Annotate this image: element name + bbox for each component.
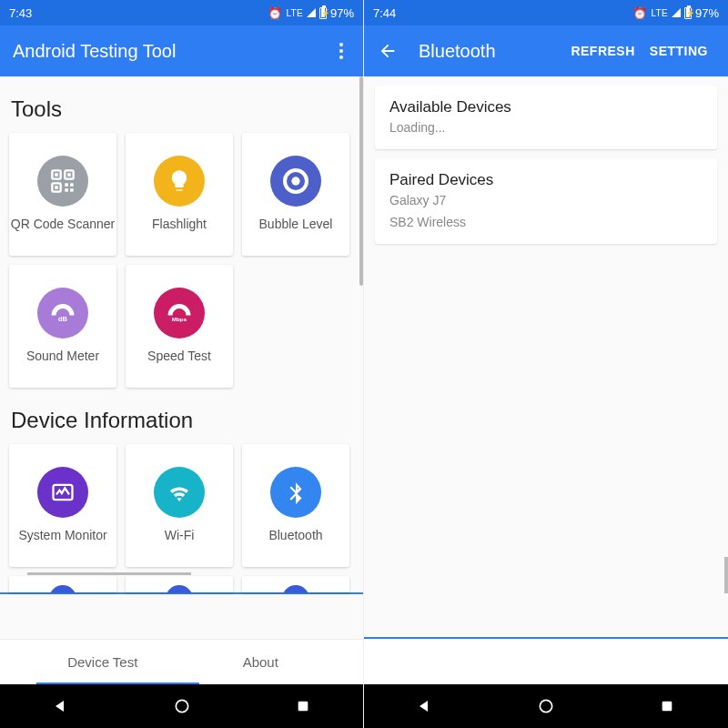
tile-label: System Monitor [18, 527, 106, 543]
tile-bubble-level[interactable]: Bubble Level [242, 133, 349, 256]
paired-title: Paired Devices [389, 171, 703, 189]
bottom-tabs: Device Test About [0, 639, 363, 684]
tile-label: Wi-Fi [165, 527, 195, 543]
gauge-icon: dB [37, 288, 88, 339]
app-bar: Android Testing Tool [0, 25, 363, 76]
refresh-button[interactable]: REFRESH [563, 44, 642, 58]
target-icon [270, 156, 321, 207]
android-navbar [364, 684, 728, 728]
paired-device[interactable]: Galaxy J7 [389, 193, 703, 207]
battery-icon: ⚡ [684, 7, 692, 19]
tile-label: Bubble Level [259, 216, 333, 232]
signal-icon [307, 8, 316, 17]
status-time: 7:43 [9, 6, 32, 20]
tile-flashlight[interactable]: Flashlight [126, 133, 233, 256]
content-bluetooth: Available Devices Loading... Paired Devi… [364, 76, 728, 639]
svg-rect-9 [70, 189, 74, 193]
nav-back-icon[interactable] [415, 696, 435, 716]
content-main: Tools QR Code Scanner Flashlight [0, 76, 363, 639]
tile-speed-test[interactable]: Mbps Speed Test [126, 265, 233, 388]
lte-label: LTE [651, 8, 668, 18]
tools-grid: QR Code Scanner Flashlight Bubble Level [0, 133, 363, 388]
svg-point-15 [176, 700, 187, 712]
nav-home-icon[interactable] [172, 696, 192, 716]
app-bar-bluetooth: Bluetooth REFRESH SETTING [364, 25, 728, 76]
tile-qr-scanner[interactable]: QR Code Scanner [9, 133, 116, 256]
tab-device-test[interactable]: Device Test [24, 640, 181, 684]
tab-hidden-right[interactable] [339, 640, 363, 684]
svg-point-11 [291, 177, 299, 186]
battery-pct: 97% [695, 6, 719, 20]
app-title: Bluetooth [419, 41, 563, 62]
scroll-indicator [27, 572, 191, 575]
svg-text:dB: dB [58, 315, 68, 323]
bluetooth-icon [270, 467, 321, 518]
svg-rect-4 [67, 174, 71, 177]
tile-system-monitor[interactable]: System Monitor [9, 444, 116, 567]
paired-device[interactable]: SB2 Wireless [389, 215, 703, 229]
svg-rect-6 [65, 184, 68, 187]
status-bar: 7:43 ⏰ LTE ⚡ 97% [0, 0, 363, 25]
alarm-icon: ⏰ [268, 6, 282, 20]
signal-icon [672, 8, 681, 17]
screen-main: 7:43 ⏰ LTE ⚡ 97% Android Testing Tool To… [0, 0, 364, 728]
bottom-blank [364, 639, 728, 684]
back-button[interactable] [377, 40, 399, 62]
monitor-icon [37, 467, 88, 518]
svg-rect-18 [662, 702, 672, 712]
tile-label: Bluetooth [268, 527, 322, 543]
status-right: ⏰ LTE ⚡ 97% [268, 6, 354, 20]
paired-devices-card: Paired Devices Galaxy J7 SB2 Wireless [375, 158, 717, 244]
svg-rect-16 [298, 702, 308, 712]
tile-label: Sound Meter [26, 348, 99, 364]
device-info-grid: System Monitor Wi-Fi Bluetooth [0, 444, 363, 567]
section-tools-title: Tools [0, 76, 363, 133]
tile-peek[interactable] [9, 576, 116, 592]
tab-indicator [36, 682, 200, 684]
lte-label: LTE [286, 8, 303, 18]
overflow-menu-icon[interactable] [332, 43, 350, 59]
battery-pct: 97% [330, 6, 354, 20]
android-navbar [0, 684, 363, 728]
svg-text:Mbps: Mbps [172, 316, 187, 322]
battery-icon: ⚡ [319, 7, 327, 19]
bulb-icon [154, 156, 205, 207]
tile-label: Speed Test [147, 348, 211, 364]
status-bar: 7:44 ⏰ LTE ⚡ 97% [364, 0, 728, 25]
available-devices-card: Available Devices Loading... [375, 86, 717, 149]
status-right: ⏰ LTE ⚡ 97% [632, 6, 719, 20]
app-title: Android Testing Tool [13, 41, 332, 62]
scrollbar-icon[interactable] [359, 76, 363, 286]
nav-home-icon[interactable] [536, 696, 556, 716]
status-time: 7:44 [373, 6, 396, 20]
speed-icon: Mbps [154, 288, 205, 339]
svg-rect-5 [55, 187, 58, 190]
tab-about[interactable]: About [182, 640, 339, 684]
svg-rect-3 [55, 174, 58, 177]
alarm-icon: ⏰ [632, 6, 647, 20]
tile-label: QR Code Scanner [11, 216, 115, 232]
tile-label: Flashlight [152, 216, 207, 232]
available-status: Loading... [389, 120, 703, 135]
tab-hidden-left[interactable] [0, 640, 24, 684]
available-title: Available Devices [389, 98, 703, 116]
screen-bluetooth: 7:44 ⏰ LTE ⚡ 97% Bluetooth REFRESH SETTI… [364, 0, 728, 728]
svg-point-17 [540, 700, 551, 712]
nav-recent-icon[interactable] [293, 696, 313, 716]
tile-sound-meter[interactable]: dB Sound Meter [9, 265, 116, 388]
scrollbar-icon[interactable] [724, 557, 728, 593]
setting-button[interactable]: SETTING [642, 44, 715, 58]
svg-rect-7 [70, 184, 74, 187]
separator [0, 592, 363, 594]
svg-rect-8 [65, 189, 68, 193]
tile-peek[interactable] [242, 576, 349, 592]
tile-peek[interactable] [126, 576, 233, 592]
nav-back-icon[interactable] [51, 696, 71, 716]
wifi-icon [154, 467, 205, 518]
divider [364, 637, 728, 639]
partial-row [0, 567, 363, 592]
tile-bluetooth[interactable]: Bluetooth [242, 444, 349, 567]
nav-recent-icon[interactable] [657, 696, 677, 716]
tile-wifi[interactable]: Wi-Fi [126, 444, 233, 567]
qr-code-icon [37, 156, 88, 207]
